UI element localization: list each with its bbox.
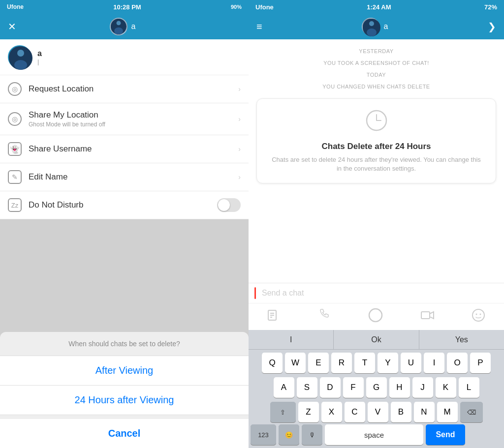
key-b[interactable]: B [391, 402, 411, 422]
menu-item-share-username[interactable]: 👻 Share Username › [0, 135, 249, 163]
key-j[interactable]: J [412, 377, 433, 398]
menu-item-request-location[interactable]: ◎ Request Location › [0, 75, 249, 103]
share-location-icon: ◎ [8, 112, 22, 126]
key-a[interactable]: A [274, 377, 294, 398]
key-l[interactable]: L [459, 377, 479, 398]
hamburger-button[interactable]: ≡ [256, 21, 262, 32]
right-header: ≡ a ❯ [249, 14, 504, 39]
key-e[interactable]: E [308, 353, 329, 373]
dnd-icon: Zz [8, 198, 22, 212]
chat-input[interactable] [262, 289, 498, 298]
menu-title-request-location: Request Location [29, 84, 238, 94]
chat-item[interactable]: a | [0, 39, 249, 75]
left-username: a [131, 22, 136, 31]
key-m[interactable]: M [437, 402, 458, 422]
key-c[interactable]: C [345, 402, 365, 422]
shift-key[interactable]: ⇧ [270, 402, 296, 422]
right-header-center: a [362, 18, 388, 35]
right-avatar [362, 18, 379, 35]
menu-subtitle-share-location: Ghost Mode will be turned off [29, 121, 238, 128]
circle-icon[interactable] [368, 307, 383, 326]
suggestion-ok[interactable]: Ok [334, 330, 419, 349]
right-username: a [383, 22, 388, 31]
key-v[interactable]: V [368, 402, 388, 422]
key-z[interactable]: Z [298, 402, 319, 422]
menu-text-dnd: Do Not Disturb [29, 200, 217, 210]
microphone-key[interactable]: 🎙 [302, 424, 322, 445]
key-y[interactable]: Y [378, 353, 398, 373]
key-n[interactable]: N [414, 402, 435, 422]
menu-title-share-username: Share Username [29, 144, 238, 154]
chevron-icon-share-username: › [238, 145, 241, 153]
left-header-center: a [110, 18, 136, 35]
today-label: TODAY [256, 72, 496, 78]
menu-text-request-location: Request Location [29, 84, 238, 94]
left-avatar [110, 18, 127, 35]
suggestion-i[interactable]: I [249, 330, 334, 349]
emoji-key[interactable]: 😊 [279, 424, 299, 445]
chat-info: a | [37, 49, 241, 65]
close-button[interactable]: ✕ [8, 21, 16, 32]
key-r[interactable]: R [331, 353, 352, 373]
left-status-bar: Ufone 10:28 PM 90% [0, 0, 249, 14]
chat-avatar [8, 45, 32, 69]
svg-point-19 [476, 314, 477, 315]
key-t[interactable]: T [354, 353, 375, 373]
menu-text-share-username: Share Username [29, 144, 238, 154]
space-key[interactable]: space [325, 424, 423, 445]
svg-point-20 [480, 314, 481, 315]
menu-title-share-location: Share My Location [29, 110, 238, 120]
right-carrier: Ufone [255, 3, 274, 11]
dnd-toggle[interactable] [217, 198, 241, 212]
svg-point-1 [116, 21, 121, 25]
menu-title-dnd: Do Not Disturb [29, 200, 217, 210]
numbers-key[interactable]: 123 [251, 424, 276, 445]
video-icon[interactable] [421, 308, 435, 325]
phone-icon[interactable] [318, 309, 331, 325]
key-u[interactable]: U [401, 353, 421, 373]
ghost-icon: 👻 [8, 142, 22, 156]
key-q[interactable]: Q [262, 353, 283, 373]
menu-item-edit-name[interactable]: ✎ Edit Name › [0, 163, 249, 191]
key-s[interactable]: S [297, 377, 317, 398]
key-x[interactable]: X [321, 402, 342, 422]
key-h[interactable]: H [389, 377, 410, 398]
after-viewing-button[interactable]: After Viewing [0, 356, 249, 386]
svg-point-5 [14, 60, 27, 70]
delete-notification-card: Chats Delete after 24 Hours Chats are se… [256, 98, 496, 183]
clock-icon [269, 109, 484, 137]
keyboard-suggestions: I Ok Yes [249, 330, 504, 350]
delete-key[interactable]: ⌫ [460, 402, 483, 422]
svg-rect-17 [421, 312, 430, 319]
suggestion-yes[interactable]: Yes [419, 330, 504, 349]
key-k[interactable]: K [436, 377, 456, 398]
key-row-2: A S D F G H J K L [251, 377, 502, 398]
screenshot-notice: YOU TOOK A SCREENSHOT OF CHAT! [256, 60, 496, 66]
avatar-image [111, 18, 126, 35]
left-bg-content: a | ◎ Request Location › ◎ Share My Loca… [0, 39, 249, 448]
chat-history: YESTERDAY YOU TOOK A SCREENSHOT OF CHAT!… [249, 39, 504, 283]
key-w[interactable]: W [285, 353, 306, 373]
emoji-toolbar-icon[interactable] [472, 308, 485, 325]
sticker-icon[interactable] [267, 308, 281, 325]
key-i[interactable]: I [424, 353, 444, 373]
send-key[interactable]: Send [426, 424, 465, 445]
left-time: 10:28 PM [113, 3, 141, 11]
key-p[interactable]: P [470, 353, 491, 373]
next-button[interactable]: ❯ [488, 21, 496, 32]
svg-point-2 [114, 28, 123, 34]
clock-svg [365, 109, 388, 132]
changed-notice: YOU CHANGED WHEN CHATS DELETE [256, 84, 496, 90]
24-hours-button[interactable]: 24 Hours after Viewing [0, 386, 249, 415]
key-d[interactable]: D [320, 377, 341, 398]
right-avatar-image [363, 19, 380, 36]
menu-item-share-location[interactable]: ◎ Share My Location Ghost Mode will be t… [0, 103, 249, 135]
svg-point-4 [17, 50, 24, 57]
svg-point-16 [369, 309, 382, 322]
left-header: ✕ a [0, 14, 249, 39]
key-f[interactable]: F [343, 377, 364, 398]
menu-item-do-not-disturb[interactable]: Zz Do Not Disturb [0, 191, 249, 219]
cancel-button[interactable]: Cancel [0, 419, 249, 448]
key-g[interactable]: G [366, 377, 387, 398]
key-o[interactable]: O [447, 353, 468, 373]
